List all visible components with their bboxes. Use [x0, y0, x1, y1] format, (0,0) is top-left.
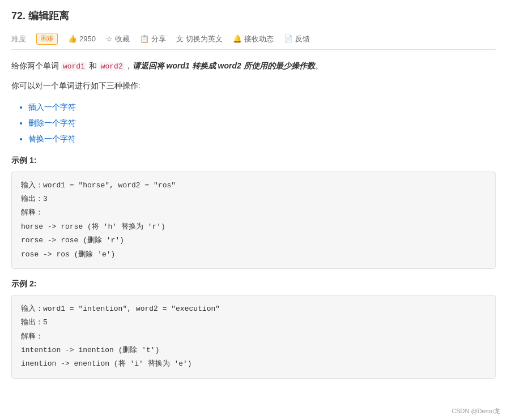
feedback-label: 反馈	[295, 34, 310, 44]
word2-code: word2	[99, 62, 125, 71]
switch-language-button[interactable]: 文 切换为英文	[176, 34, 223, 44]
share-label: 分享	[151, 34, 166, 44]
desc-pre: 给你两个单词	[11, 61, 61, 70]
feedback-button[interactable]: 📄 反馈	[284, 34, 310, 44]
difficulty-label: 难度	[11, 34, 26, 44]
example1-line1: 输入：word1 = "horse", word2 = "ros"	[21, 179, 486, 192]
description-line2: 你可以对一个单词进行如下三种操作:	[11, 79, 496, 93]
notify-label: 接收动态	[244, 34, 274, 44]
desc-comma: ，	[125, 61, 133, 70]
like-button[interactable]: 👍 2950	[68, 35, 96, 43]
example2-line1: 输入：word1 = "intention", word2 = "executi…	[21, 302, 486, 315]
feedback-icon: 📄	[284, 35, 293, 43]
list-item: 插入一个字符	[28, 99, 496, 115]
switch-icon: 文	[176, 34, 184, 44]
like-icon: 👍	[68, 35, 77, 43]
example1-line6: rose -> ros (删除 'e')	[21, 248, 486, 261]
switch-label: 切换为英文	[186, 34, 223, 44]
example2-code-block: 输入：word1 = "intention", word2 = "executi…	[11, 295, 496, 379]
star-icon: ☆	[106, 35, 113, 43]
collect-label: 收藏	[115, 34, 130, 44]
bell-icon: 🔔	[233, 35, 242, 43]
list-item: 删除一个字符	[28, 115, 496, 131]
list-item: 替换一个字符	[28, 131, 496, 147]
example1-line2: 输出：3	[21, 192, 486, 205]
example2-line5: inention -> enention (将 'i' 替换为 'e')	[21, 357, 486, 370]
example1-code-block: 输入：word1 = "horse", word2 = "ros" 输出：3 解…	[11, 172, 496, 269]
example1-title: 示例 1:	[11, 156, 496, 166]
share-icon: 📋	[140, 35, 149, 43]
example1-line3: 解释：	[21, 206, 486, 219]
desc-emphasis: 请返回将 word1 转换成 word2 所使用的最少操作数	[133, 61, 315, 70]
footer-note: CSDN @Demo龙	[451, 407, 500, 415]
page-title: 72. 编辑距离	[11, 9, 496, 23]
difficulty-badge[interactable]: 困难	[36, 33, 58, 45]
like-count: 2950	[79, 35, 96, 43]
operations-list: 插入一个字符 删除一个字符 替换一个字符	[28, 99, 496, 147]
description-line1: 给你两个单词 word1 和 word2，请返回将 word1 转换成 word…	[11, 59, 496, 73]
toolbar: 难度 困难 👍 2950 ☆ 收藏 📋 分享 文 切换为英文 🔔 接收动态 📄 …	[11, 28, 496, 50]
page-container: 72. 编辑距离 难度 困难 👍 2950 ☆ 收藏 📋 分享 文 切换为英文 …	[0, 0, 507, 398]
desc-period: 。	[315, 61, 323, 70]
example2-line3: 解释：	[21, 330, 486, 343]
example2-line4: intention -> inention (删除 't')	[21, 344, 486, 357]
example1-section: 示例 1: 输入：word1 = "horse", word2 = "ros" …	[11, 156, 496, 269]
example1-line5: rorse -> rose (删除 'r')	[21, 234, 486, 247]
notify-button[interactable]: 🔔 接收动态	[233, 34, 274, 44]
example2-title: 示例 2:	[11, 279, 496, 289]
example2-section: 示例 2: 输入：word1 = "intention", word2 = "e…	[11, 279, 496, 379]
share-button[interactable]: 📋 分享	[140, 34, 166, 44]
word1-code: word1	[61, 62, 87, 71]
collect-button[interactable]: ☆ 收藏	[106, 34, 130, 44]
example2-line2: 输出：5	[21, 316, 486, 329]
example1-line4: horse -> rorse (将 'h' 替换为 'r')	[21, 220, 486, 233]
problem-description: 给你两个单词 word1 和 word2，请返回将 word1 转换成 word…	[11, 59, 496, 147]
desc-mid: 和	[87, 61, 99, 70]
